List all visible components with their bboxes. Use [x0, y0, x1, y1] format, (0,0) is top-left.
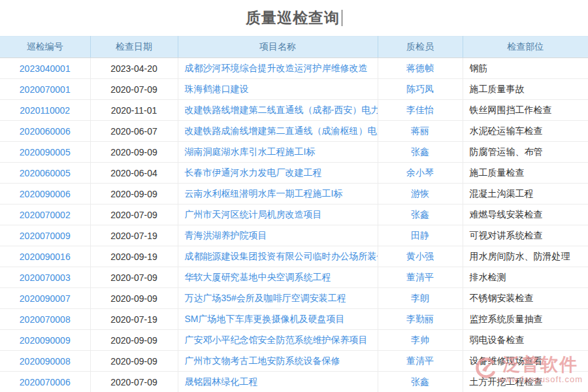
check-date-cell: 2020-09-09: [90, 184, 178, 204]
table-row: 2020060005 2020-06-04 长春市伊通河水力发电厂改建工程 余小…: [0, 163, 588, 184]
table-row: 2020090005 2020-09-09 湖南洞庭湖水库引水工程施工I标 张鑫…: [0, 142, 588, 163]
inspector-link[interactable]: 李勤丽: [406, 314, 434, 324]
check-date-cell: 2020-06-04: [90, 163, 178, 184]
check-date-cell: 2020-11-01: [90, 100, 178, 121]
project-name-link[interactable]: 广安邓小平纪念馆安全防范系统维护保养项目: [185, 335, 368, 345]
check-date-cell: 2020-07-09: [90, 267, 178, 288]
table-row: 2020060006 2020-06-07 改建铁路成渝线增建第二直通线（成渝枢…: [0, 121, 588, 142]
table-body: 2023040001 2023-04-20 成都沙河环境综合提升改造运河护岸维修…: [0, 58, 588, 392]
inspector-link[interactable]: 陈巧凤: [406, 84, 434, 94]
project-name-link[interactable]: 长春市伊通河水力发电厂改建工程: [185, 167, 322, 178]
inspector-link[interactable]: 张鑫: [411, 376, 429, 387]
inspector-link[interactable]: 董清平: [406, 355, 434, 366]
check-date-cell: 2020-09-09: [90, 330, 178, 351]
inspector-link[interactable]: 黄小强: [406, 251, 434, 261]
project-name-link[interactable]: 广州市文物考古工地安防系统设备保修: [185, 355, 340, 366]
check-location-cell: 监控系统质量抽查: [463, 309, 588, 330]
check-location-cell: 防腐管运输、布管: [463, 142, 588, 163]
check-location-cell: 难燃导线安装检查: [463, 204, 588, 225]
inspection-id-link[interactable]: 2020090008: [20, 356, 71, 367]
inspector-link[interactable]: 张鑫: [411, 146, 429, 157]
header-inspector: 质检员: [378, 37, 463, 58]
project-name-link[interactable]: 广州市天河区统计局机房改造项目: [185, 209, 322, 220]
check-location-cell: 土方开挖工程检查: [463, 372, 588, 392]
inspection-id-link[interactable]: 2020090016: [20, 252, 71, 262]
inspection-id-link[interactable]: 2020070008: [20, 314, 71, 325]
inspection-id-link[interactable]: 2020110002: [20, 105, 70, 116]
inspector-link[interactable]: 田静: [411, 230, 429, 240]
project-name-link[interactable]: 青海洪湖养护院项目: [185, 230, 267, 240]
inspection-id-link[interactable]: 2020070006: [20, 377, 71, 387]
project-name-link[interactable]: 晟铭园林绿化工程: [185, 376, 258, 387]
inspection-id-link[interactable]: 2020070009: [20, 231, 71, 241]
inspection-id-link[interactable]: 2020090009: [20, 335, 71, 346]
table-row: 2020070009 2020-07-19 青海洪湖养护院项目 田静 可视对讲系…: [0, 225, 588, 246]
table-header-row: 巡检编号 检查日期 项目名称 质检员 检查部位: [0, 37, 588, 58]
project-name-link[interactable]: 珠海鹤港口建设: [185, 84, 249, 94]
inspection-id-link[interactable]: 2020060005: [20, 168, 71, 178]
inspector-link[interactable]: 蒋丽: [411, 125, 429, 136]
title-bar: 质量巡检查询: [0, 0, 588, 36]
inspection-id-link[interactable]: 2023040001: [20, 63, 71, 74]
check-date-cell: 2020-07-19: [90, 309, 178, 330]
project-name-link[interactable]: 改建铁路成渝线增建第二直通线（成渝枢纽）电力: [185, 125, 378, 136]
inspector-link[interactable]: 蒋德帧: [406, 63, 434, 73]
check-date-cell: 2020-09-09: [90, 351, 178, 372]
project-name-link[interactable]: SM广场地下车库更换摄像机及硬盘项目: [185, 314, 345, 324]
inspector-link[interactable]: 李帅: [411, 335, 429, 345]
project-name-link[interactable]: 成都能源建设集团投资有限公司临时办公场所装修: [185, 251, 378, 261]
table-row: 2020090009 2020-09-09 广安邓小平纪念馆安全防范系统维护保养…: [0, 330, 588, 351]
table-row: 2020110002 2020-11-01 改建铁路线增建第二线直通线（成都-西…: [0, 100, 588, 121]
project-name-link[interactable]: 湖南洞庭湖水库引水工程施工I标: [185, 146, 316, 157]
table-row: 2020070001 2020-07-09 珠海鹤港口建设 陈巧凤 施工质量事故: [0, 79, 588, 100]
inspection-id-link[interactable]: 2020070001: [20, 84, 71, 95]
check-location-cell: 不锈钢安装检查: [463, 288, 588, 309]
inspection-table: 巡检编号 检查日期 项目名称 质检员 检查部位 2023040001 2023-…: [0, 36, 588, 392]
header-check-date: 检查日期: [90, 37, 178, 58]
table-row: 2020070006 2020-07-09 晟铭园林绿化工程 张鑫 土方开挖工程…: [0, 372, 588, 392]
header-inspection-id: 巡检编号: [0, 37, 90, 58]
table-row: 2020070002 2020-07-09 广州市天河区统计局机房改造项目 张鑫…: [0, 204, 588, 225]
project-name-link[interactable]: 成都沙河环境综合提升改造运河护岸维修改造: [185, 63, 368, 73]
table-row: 2023040001 2023-04-20 成都沙河环境综合提升改造运河护岸维修…: [0, 58, 588, 79]
check-location-cell: 混凝土沟渠工程: [463, 184, 588, 204]
inspection-id-link[interactable]: 2020070002: [20, 210, 71, 220]
check-location-cell: 排水检测: [463, 267, 588, 288]
inspector-link[interactable]: 董清平: [406, 272, 434, 282]
check-date-cell: 2020-06-07: [90, 121, 178, 142]
inspection-id-link[interactable]: 2020090005: [20, 147, 71, 157]
inspection-id-link[interactable]: 2020060006: [20, 126, 71, 137]
check-location-cell: 水泥砼运输车检查: [463, 121, 588, 142]
check-date-cell: 2020-07-09: [90, 372, 178, 392]
check-date-cell: 2020-09-09: [90, 288, 178, 309]
inspector-link[interactable]: 余小琴: [406, 167, 434, 178]
header-check-location: 检查部位: [463, 37, 588, 58]
project-name-link[interactable]: 华软大厦研究基地中央空调系统工程: [185, 272, 331, 282]
check-date-cell: 2020-09-19: [90, 246, 178, 267]
table-row: 2020090008 2020-09-09 广州市文物考古工地安防系统设备保修 …: [0, 351, 588, 372]
table-row: 2020070008 2020-07-19 SM广场地下车库更换摄像机及硬盘项目…: [0, 309, 588, 330]
table-row: 2020090016 2020-09-19 成都能源建设集团投资有限公司临时办公…: [0, 246, 588, 267]
inspector-link[interactable]: 张鑫: [411, 209, 429, 220]
inspector-link[interactable]: 李佳怡: [406, 105, 434, 115]
table-row: 2020090007 2020-09-09 万达广场35#会所及咖啡厅空调安装工…: [0, 288, 588, 309]
inspection-id-link[interactable]: 2020090007: [20, 293, 71, 304]
project-name-link[interactable]: 改建铁路线增建第二线直通线（成都-西安）电力: [185, 105, 378, 115]
inspection-id-link[interactable]: 2020070003: [20, 272, 71, 283]
inspector-link[interactable]: 游恢: [411, 188, 429, 199]
check-date-cell: 2023-04-20: [90, 58, 178, 79]
check-date-cell: 2020-07-19: [90, 225, 178, 246]
check-location-cell: 施工质量事故: [463, 79, 588, 100]
check-date-cell: 2020-07-09: [90, 204, 178, 225]
inspector-link[interactable]: 李朗: [411, 293, 429, 303]
check-location-cell: 设备维修现场查看: [463, 351, 588, 372]
check-date-cell: 2020-07-09: [90, 79, 178, 100]
check-location-cell: 铁丝网围挡工作检查: [463, 100, 588, 121]
check-location-cell: 施工质量检查: [463, 163, 588, 184]
project-name-link[interactable]: 云南水利枢纽潜明水库一期工程施工I标: [185, 188, 343, 199]
inspection-id-link[interactable]: 2020090006: [20, 189, 71, 199]
table-row: 2020070003 2020-07-09 华软大厦研究基地中央空调系统工程 董…: [0, 267, 588, 288]
check-location-cell: 钢筋: [463, 58, 588, 79]
project-name-link[interactable]: 万达广场35#会所及咖啡厅空调安装工程: [185, 293, 346, 303]
page-title: 质量巡检查询: [246, 8, 340, 28]
